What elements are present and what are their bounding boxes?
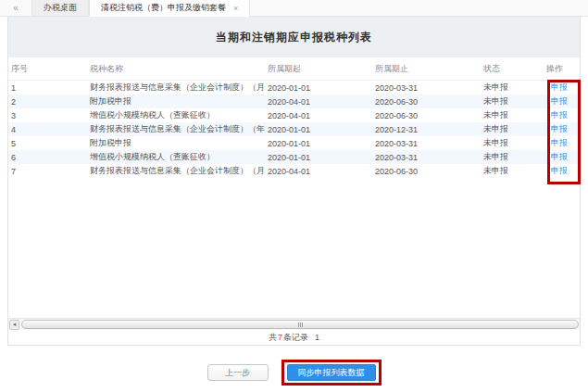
content-panel: 当期和注销期应申报税种列表 序号 税种名称 所属期起 所属期止 状态 操作 1 …: [7, 17, 581, 346]
record-count-number: 7: [278, 333, 282, 342]
row-status-badge: 未申报: [481, 137, 544, 149]
table-row: 6 增值税小规模纳税人（查账征收） 2020-01-01 2020-03-31 …: [8, 150, 580, 164]
sync-declaration-list-button[interactable]: 同步申报列表数据: [287, 364, 376, 381]
previous-step-button[interactable]: 上一步: [207, 364, 269, 381]
record-count-prefix: 共: [269, 332, 277, 344]
tab-bar: « 办税桌面 清税注销税（费）申报及缴销套餐 ×: [0, 0, 588, 17]
row-period-start: 2020-04-01: [265, 167, 372, 176]
table-row: 3 增值税小规模纳税人（查账征收） 2020-04-01 2020-06-30 …: [8, 108, 580, 122]
tab-clearance-package-label: 清税注销税（费）申报及缴销套餐: [101, 2, 226, 14]
col-header-no: 序号: [8, 63, 87, 75]
table-header-row: 序号 税种名称 所属期起 所属期止 状态 操作: [8, 57, 580, 81]
col-header-period-start: 所属期起: [265, 63, 372, 75]
footer-actions: 上一步 同步申报列表数据: [0, 353, 588, 392]
collapse-tabs-icon[interactable]: «: [0, 0, 31, 16]
scrollbar-thumb[interactable]: [21, 320, 579, 329]
row-period-start: 2020-01-01: [265, 125, 372, 134]
row-period-end: 2020-03-31: [372, 139, 481, 148]
col-header-status: 状态: [481, 63, 544, 75]
row-status-badge: 未申报: [481, 95, 544, 107]
row-no: 7: [8, 167, 87, 176]
horizontal-scrollbar[interactable]: ◄: [8, 318, 580, 330]
row-period-start: 2020-01-01: [265, 153, 372, 162]
tab-tax-desktop-label: 办税桌面: [44, 2, 77, 14]
page-title: 当期和注销期应申报税种列表: [216, 30, 372, 45]
page-number[interactable]: 1: [315, 333, 319, 342]
row-tax-name: 增值税小规模纳税人（查账征收）: [87, 151, 265, 163]
row-period-end: 2020-03-31: [372, 153, 481, 162]
table-row: 2 附加税申报 2020-04-01 2020-06-30 未申报 申报: [8, 95, 580, 108]
row-status-badge: 未申报: [481, 82, 544, 94]
row-no: 4: [8, 125, 87, 134]
row-status-badge: 未申报: [481, 123, 544, 135]
row-tax-name: 财务报表报送与信息采集（企业会计制度）（月季）: [87, 82, 265, 94]
row-period-start: 2020-01-01: [265, 139, 372, 148]
col-header-tax-name: 税种名称: [87, 63, 265, 75]
row-status-badge: 未申报: [481, 109, 544, 121]
declare-link[interactable]: 申报: [544, 151, 580, 163]
tab-clearance-package[interactable]: 清税注销税（费）申报及缴销套餐 ×: [89, 0, 250, 17]
table-row: 4 财务报表报送与信息采集（企业会计制度）（年度） 2020-01-01 202…: [8, 122, 580, 136]
row-period-end: 2020-03-31: [372, 83, 481, 93]
row-period-end: 2020-12-31: [372, 125, 481, 134]
row-tax-name: 财务报表报送与信息采集（企业会计制度）（月季）: [87, 165, 265, 177]
declare-link[interactable]: 申报: [544, 137, 580, 149]
declare-link[interactable]: 申报: [544, 109, 580, 121]
declare-link[interactable]: 申报: [544, 123, 580, 135]
table-empty-area: [8, 178, 580, 318]
declare-link[interactable]: 申报: [544, 82, 580, 94]
row-no: 5: [8, 139, 87, 148]
table-row: 1 财务报表报送与信息采集（企业会计制度）（月季） 2020-01-01 202…: [8, 81, 580, 95]
row-no: 1: [8, 83, 87, 93]
declare-link[interactable]: 申报: [544, 165, 580, 177]
col-header-operation: 操作: [544, 63, 580, 75]
row-period-start: 2020-04-01: [265, 97, 372, 107]
close-tab-icon[interactable]: ×: [233, 4, 238, 13]
row-period-end: 2020-06-30: [372, 111, 481, 120]
record-count: 共 7 条记录 1: [8, 330, 580, 345]
sync-button-highlight-box: 同步申报列表数据: [281, 360, 382, 386]
row-tax-name: 附加税申报: [87, 137, 265, 149]
row-no: 2: [8, 97, 87, 107]
scrollbar-grip-icon: [302, 322, 303, 327]
row-tax-name: 增值税小规模纳税人（查账征收）: [87, 109, 265, 121]
record-count-suffix: 条记录: [283, 332, 308, 344]
scrollbar-grip-icon: [300, 322, 301, 327]
declare-link[interactable]: 申报: [544, 95, 580, 107]
row-tax-name: 附加税申报: [87, 95, 265, 107]
row-period-end: 2020-06-30: [372, 167, 481, 176]
table-row: 7 财务报表报送与信息采集（企业会计制度）（月季） 2020-04-01 202…: [8, 164, 580, 178]
row-tax-name: 财务报表报送与信息采集（企业会计制度）（年度）: [87, 123, 265, 135]
row-status-badge: 未申报: [481, 165, 544, 177]
row-status-badge: 未申报: [481, 151, 544, 163]
table-body: 1 财务报表报送与信息采集（企业会计制度）（月季） 2020-01-01 202…: [8, 81, 580, 178]
row-no: 3: [8, 111, 87, 120]
title-band: 当期和注销期应申报税种列表: [8, 17, 580, 57]
table-row: 5 附加税申报 2020-01-01 2020-03-31 未申报 申报: [8, 136, 580, 150]
scrollbar-grip-icon: [298, 322, 299, 327]
row-period-start: 2020-04-01: [265, 111, 372, 120]
scroll-left-arrow-icon[interactable]: ◄: [9, 320, 19, 330]
row-period-start: 2020-01-01: [265, 83, 372, 93]
tab-tax-desktop[interactable]: 办税桌面: [31, 0, 89, 16]
row-period-end: 2020-06-30: [372, 97, 481, 107]
row-no: 6: [8, 153, 87, 162]
col-header-period-end: 所属期止: [372, 63, 481, 75]
